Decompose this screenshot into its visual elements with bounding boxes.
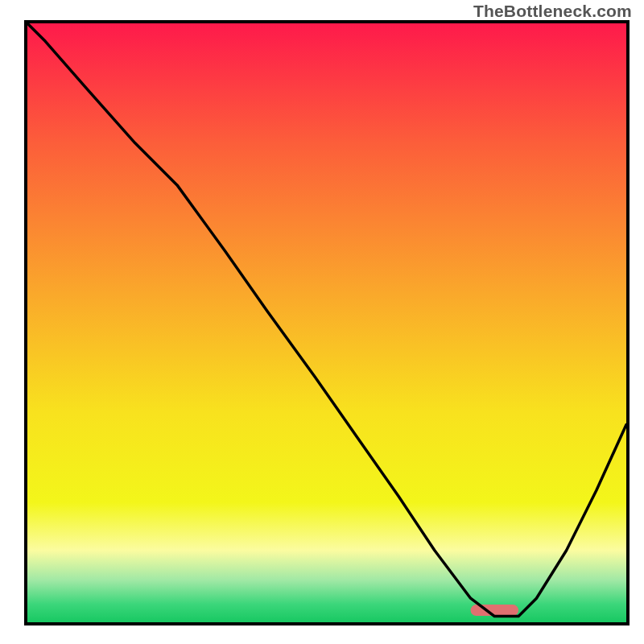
chart-svg	[27, 23, 626, 622]
svg-rect-1	[471, 605, 519, 616]
svg-rect-0	[27, 23, 626, 622]
watermark-text: TheBottleneck.com	[473, 2, 632, 21]
chart-plot-area	[24, 20, 630, 625]
chart-container: TheBottleneck.com	[0, 0, 644, 644]
